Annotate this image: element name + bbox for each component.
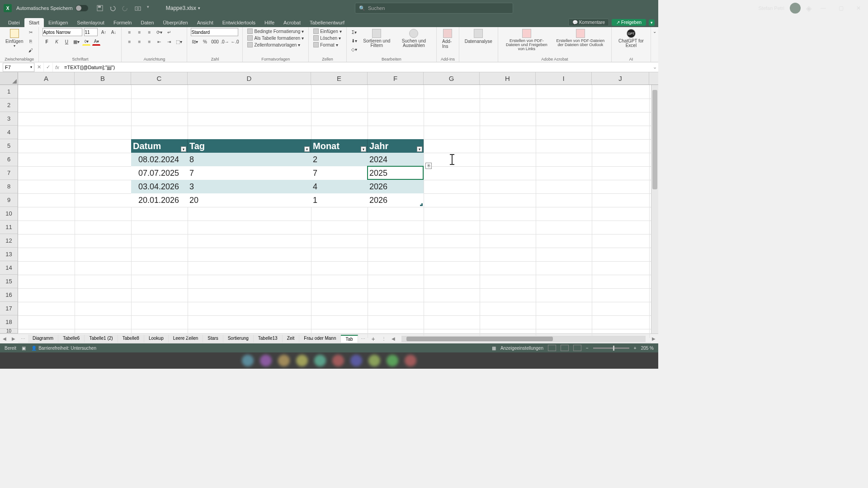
comma-icon[interactable]: 000 bbox=[211, 38, 219, 46]
increase-indent-icon[interactable]: ⇥ bbox=[165, 38, 173, 46]
hscroll-right-icon[interactable]: ▶ bbox=[649, 336, 658, 341]
page-break-view-button[interactable] bbox=[573, 345, 581, 351]
decrease-decimal-icon[interactable]: ←.0 bbox=[231, 38, 239, 46]
display-settings-icon[interactable]: ▦ bbox=[492, 346, 496, 351]
ribbon-tab-start[interactable]: Start bbox=[24, 18, 44, 27]
sheet-tab[interactable]: Sortierung bbox=[223, 335, 254, 343]
column-header-A[interactable]: A bbox=[18, 72, 75, 84]
expand-formula-icon[interactable]: ⌄ bbox=[651, 64, 658, 70]
paste-button[interactable]: Einfügen▾ bbox=[4, 28, 25, 49]
orientation-icon[interactable]: ⟳▾ bbox=[155, 28, 163, 36]
ribbon-tab-daten[interactable]: Daten bbox=[136, 18, 158, 27]
table-cell[interactable]: 2024 bbox=[368, 153, 424, 166]
filter-dropdown-icon[interactable]: ▾ bbox=[181, 146, 186, 152]
row-header-3[interactable]: 3 bbox=[0, 112, 18, 126]
sheet-overflow-icon[interactable]: ⋯ bbox=[358, 336, 368, 341]
table-cell[interactable]: 07.07.2025 bbox=[131, 166, 188, 180]
select-all-corner[interactable] bbox=[0, 72, 18, 84]
column-header-F[interactable]: F bbox=[368, 72, 424, 84]
table-cell[interactable]: 1 bbox=[311, 193, 368, 207]
table-header-datum[interactable]: Datum▾ bbox=[131, 139, 188, 153]
cut-icon[interactable]: ✂ bbox=[27, 28, 35, 36]
sheet-tab[interactable]: Tab bbox=[341, 335, 358, 343]
undo-icon[interactable] bbox=[109, 5, 116, 12]
taskbar-app-icon[interactable] bbox=[296, 355, 308, 366]
column-header-H[interactable]: H bbox=[480, 72, 536, 84]
wrap-text-icon[interactable]: ↵ bbox=[165, 28, 173, 36]
row-header-6[interactable]: 6 bbox=[0, 153, 18, 166]
comments-button[interactable]: 💬 Kommentare bbox=[568, 19, 609, 26]
zoom-in-button[interactable]: + bbox=[634, 346, 637, 351]
fill-color-button[interactable]: ◊▾ bbox=[82, 38, 90, 46]
accessibility-icon[interactable]: 👤 bbox=[31, 346, 37, 351]
hscroll-left-icon[interactable]: ◀ bbox=[389, 336, 398, 341]
sheet-divider-icon[interactable]: ⋮ bbox=[379, 336, 389, 341]
table-cell[interactable]: 7 bbox=[311, 166, 368, 180]
row-header-16[interactable]: 16 bbox=[0, 288, 18, 302]
redo-icon[interactable] bbox=[122, 5, 129, 12]
delete-cells-button[interactable]: Löschen ▾ bbox=[312, 35, 342, 41]
sheet-tab[interactable]: Lookup bbox=[144, 335, 169, 343]
taskbar-app-icon[interactable] bbox=[314, 355, 326, 366]
taskbar-app-icon[interactable] bbox=[260, 355, 272, 366]
column-header-D[interactable]: D bbox=[188, 72, 311, 84]
decrease-indent-icon[interactable]: ⇤ bbox=[155, 38, 163, 46]
ribbon-tab-überprüfen[interactable]: Überprüfen bbox=[159, 18, 193, 27]
filter-dropdown-icon[interactable]: ▾ bbox=[304, 146, 310, 152]
zoom-out-button[interactable]: − bbox=[586, 346, 589, 351]
row-header-5[interactable]: 5 bbox=[0, 139, 18, 153]
search-input[interactable]: 🔍 Suchen bbox=[355, 3, 513, 14]
name-box[interactable]: F7▾ bbox=[3, 63, 34, 72]
sheet-nav-more-icon[interactable]: ⋯ bbox=[18, 336, 28, 341]
table-cell[interactable]: 8 bbox=[188, 153, 311, 166]
column-header-G[interactable]: G bbox=[424, 72, 480, 84]
sheet-tab[interactable]: Stars bbox=[203, 335, 223, 343]
camera-icon[interactable] bbox=[134, 5, 142, 12]
row-header-1[interactable]: 1 bbox=[0, 85, 18, 99]
filter-dropdown-icon[interactable]: ▾ bbox=[361, 146, 366, 152]
column-header-E[interactable]: E bbox=[311, 72, 368, 84]
ribbon-tab-formeln[interactable]: Formeln bbox=[109, 18, 136, 27]
row-header-10[interactable]: 10 bbox=[0, 207, 18, 221]
taskbar-app-icon[interactable] bbox=[278, 355, 290, 366]
align-middle-icon[interactable]: ≡ bbox=[135, 28, 143, 36]
ribbon-tab-einfügen[interactable]: Einfügen bbox=[44, 18, 72, 27]
increase-decimal-icon[interactable]: .0→ bbox=[221, 38, 229, 46]
column-header-B[interactable]: B bbox=[75, 72, 131, 84]
ribbon-tab-hilfe[interactable]: Hilfe bbox=[260, 18, 279, 27]
sheet-tab[interactable]: Zeit bbox=[283, 335, 300, 343]
filename-dropdown-icon[interactable]: ▾ bbox=[198, 6, 200, 10]
align-bottom-icon[interactable]: ≡ bbox=[145, 28, 153, 36]
taskbar-app-icon[interactable] bbox=[242, 355, 254, 366]
table-cell[interactable]: 4 bbox=[311, 180, 368, 193]
row-header-4[interactable]: 4 bbox=[0, 126, 18, 139]
share-button[interactable]: ↗ Freigeben bbox=[612, 19, 646, 26]
normal-view-button[interactable] bbox=[548, 345, 556, 351]
data-analysis-button[interactable]: Datenanalyse bbox=[463, 28, 494, 45]
autosave-toggle[interactable] bbox=[75, 5, 88, 11]
table-cell[interactable]: 2025 bbox=[368, 166, 424, 180]
share-dropdown-icon[interactable]: ▾ bbox=[649, 19, 655, 26]
pdf-share-button[interactable]: Erstellen von PDF-Dateien und Freigeben … bbox=[502, 28, 552, 52]
vertical-scrollbar[interactable] bbox=[651, 85, 658, 333]
column-header-J[interactable]: J bbox=[592, 72, 649, 84]
fill-icon[interactable]: ⬇▾ bbox=[350, 37, 359, 45]
sheet-tab[interactable]: Tabelle6 bbox=[58, 335, 85, 343]
row-header-2[interactable]: 2 bbox=[0, 99, 18, 112]
autosum-icon[interactable]: Σ▾ bbox=[350, 28, 359, 36]
table-header-tag[interactable]: Tag▾ bbox=[188, 139, 311, 153]
align-left-icon[interactable]: ≡ bbox=[125, 38, 133, 46]
row-header-17[interactable]: 17 bbox=[0, 302, 18, 315]
save-icon[interactable] bbox=[96, 5, 104, 12]
table-cell[interactable]: 03.04.2026 bbox=[131, 180, 188, 193]
format-as-table-button[interactable]: Als Tabelle formatieren ▾ bbox=[246, 35, 305, 41]
currency-icon[interactable]: ₪▾ bbox=[191, 38, 199, 46]
sheet-tab[interactable]: Leere Zeilen bbox=[169, 335, 203, 343]
row-header-7[interactable]: 7 bbox=[0, 166, 18, 180]
formula-input[interactable]: =TEXT([@Datum];"jjjj") bbox=[61, 65, 651, 70]
sheet-tab[interactable]: Diagramm bbox=[28, 335, 58, 343]
sheet-tab[interactable]: Frau oder Mann bbox=[299, 335, 341, 343]
percent-icon[interactable]: % bbox=[201, 38, 209, 46]
cell-styles-button[interactable]: Zellenformatvorlagen ▾ bbox=[246, 42, 301, 48]
chatgpt-button[interactable]: GPT ChatGPT for Excel bbox=[615, 28, 647, 49]
